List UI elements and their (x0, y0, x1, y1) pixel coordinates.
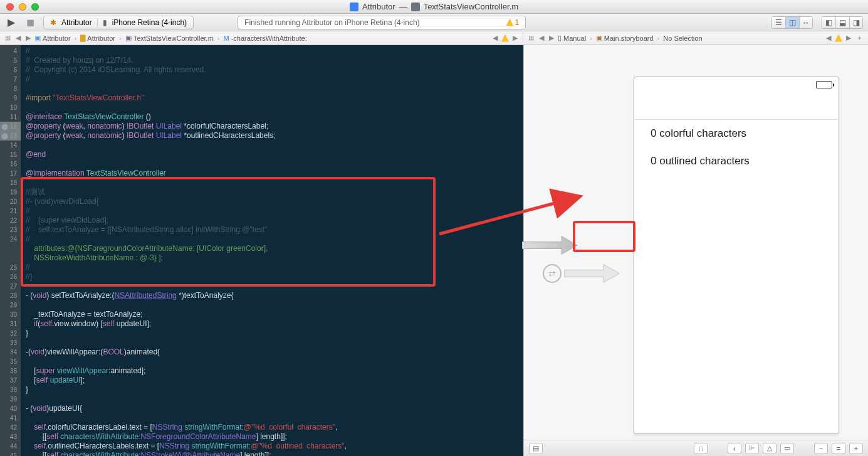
back-button[interactable]: ◀ (14, 34, 22, 42)
ib-canvas-toolbar: ▤ ⎍ ⫞ ⊩ △ ▭ − = + (524, 440, 868, 456)
zoom-actual-button[interactable]: = (832, 443, 845, 454)
version-editor-button[interactable]: ↔ (799, 16, 813, 29)
title-file: TextStatsViewController.m (424, 2, 519, 11)
add-assistant-button[interactable]: ＋ (855, 33, 864, 43)
assistant-jump-bar[interactable]: ⊞ ◀ ▶ ▯Manual › ▣Main.storyboard › No Se… (523, 31, 868, 45)
run-button[interactable]: ▶ (5, 16, 18, 28)
jump-bars: ⊞ ◀ ▶ ▣Attributor › ▇Attributor › ▣TextS… (0, 31, 868, 45)
activity-text: Finished running Attributor on iPhone Re… (244, 18, 420, 27)
project-icon (350, 3, 358, 11)
manual-icon: ▯ (558, 34, 562, 42)
file-m-icon: ▣ (125, 34, 132, 42)
resolve-issues-button[interactable]: △ (763, 443, 776, 454)
annotation-highlight-segue (573, 221, 635, 252)
label-outlined-characters[interactable]: 0 outlined characters (634, 147, 839, 175)
assistant-related-icon[interactable]: ⊞ (527, 34, 535, 42)
scheme-name: Attributor (61, 18, 92, 27)
assistant-next-button[interactable]: ▶ (845, 34, 852, 42)
related-items-icon[interactable]: ⊞ (4, 34, 12, 42)
segue-arrow-top[interactable] (522, 233, 578, 257)
assistant-warning-icon (835, 34, 842, 42)
crumb-file[interactable]: TextStatsViewController.m (133, 34, 214, 42)
storyboard-entry-arrows (522, 233, 578, 257)
forward-button[interactable]: ▶ (24, 34, 32, 42)
primary-jump-bar[interactable]: ⊞ ◀ ▶ ▣Attributor › ▇Attributor › ▣TextS… (0, 31, 523, 45)
warning-icon (506, 19, 513, 26)
toggle-debug-button[interactable]: ⬓ (835, 16, 849, 29)
line-gutter[interactable]: 4567891011 ⬤ 12⬤ 131415161718 1920212223… (0, 45, 21, 456)
toggle-utilities-button[interactable]: ◨ (849, 16, 863, 29)
toggle-navigator-button[interactable]: ◧ (822, 16, 835, 29)
any-any-button[interactable]: ⎍ (694, 443, 708, 454)
ib-scene-view[interactable]: 0 colorful characters 0 outlined charact… (634, 77, 839, 434)
standard-editor-button[interactable]: ☰ (771, 16, 785, 29)
prev-issue-button[interactable]: ◀ (491, 34, 499, 42)
main-split: 4567891011 ⬤ 12⬤ 131415161718 1920212223… (0, 45, 868, 456)
project-icon-small: ▣ (34, 34, 41, 42)
crumb-folder[interactable]: Attributor (87, 34, 115, 42)
scheme-separator (97, 18, 98, 27)
source-editor[interactable]: 4567891011 ⬤ 12⬤ 131415161718 1920212223… (0, 45, 523, 456)
pin-button[interactable]: ⊩ (745, 443, 759, 454)
device-icon: ▮ (103, 18, 107, 27)
document-outline-toggle[interactable]: ▤ (529, 443, 543, 454)
scheme-selector[interactable]: ✱ Attributor ▮ iPhone Retina (4-inch) (43, 16, 194, 29)
crumb-noselection[interactable]: No Selection (663, 34, 702, 42)
target-icon: ✱ (50, 18, 56, 27)
zoom-out-button[interactable]: − (814, 443, 828, 454)
crumb-storyboard[interactable]: Main.storyboard (604, 34, 654, 42)
scheme-dest: iPhone Retina (4-inch) (112, 18, 187, 27)
resizing-button[interactable]: ▭ (780, 443, 794, 454)
zoom-in-button[interactable]: + (849, 443, 863, 454)
storyboard-segue-row: ⇄ (543, 262, 620, 285)
stop-button[interactable]: ◼ (24, 16, 37, 28)
editor-layout-controls: ☰ ◫ ↔ ◧ ⬓ ◨ (771, 16, 863, 29)
crumb-project[interactable]: Attributor (43, 34, 71, 42)
crumb-manual[interactable]: Manual (563, 34, 586, 42)
align-button[interactable]: ⫞ (728, 443, 741, 454)
issue-warning-icon (501, 34, 509, 42)
label-colorful-characters[interactable]: 0 colorful characters (634, 120, 839, 147)
assistant-forward-button[interactable]: ▶ (548, 34, 555, 42)
activity-viewer[interactable]: Finished running Attributor on iPhone Re… (238, 16, 526, 29)
warning-count: 1 (515, 18, 519, 27)
toolbar: ▶ ◼ ✱ Attributor ▮ iPhone Retina (4-inch… (0, 14, 868, 31)
storyboard-icon: ▣ (596, 34, 602, 42)
assistant-prev-button[interactable]: ◀ (825, 34, 832, 42)
window-titlebar: Attributor — TextStatsViewController.m (0, 0, 868, 14)
assistant-back-button[interactable]: ◀ (538, 34, 545, 42)
segue-arrow-bottom[interactable] (564, 262, 620, 285)
segue-connector-icon[interactable]: ⇄ (543, 264, 562, 283)
title-sep: — (399, 2, 407, 11)
annotation-highlight-code (21, 177, 436, 287)
next-issue-button[interactable]: ▶ (511, 34, 519, 42)
assistant-editor[interactable]: 0 colorful characters 0 outlined charact… (523, 45, 868, 456)
assistant-editor-button[interactable]: ◫ (785, 16, 799, 29)
ib-status-bar (634, 77, 839, 120)
battery-icon (816, 81, 832, 88)
title-app: Attributor (362, 2, 395, 11)
warning-indicator[interactable]: 1 (506, 18, 519, 27)
file-icon (411, 3, 420, 11)
method-icon: M (223, 34, 229, 42)
folder-icon: ▇ (80, 34, 85, 42)
crumb-method[interactable]: -charactersWithAttribute: (231, 34, 307, 42)
window-title: Attributor — TextStatsViewController.m (0, 2, 868, 11)
